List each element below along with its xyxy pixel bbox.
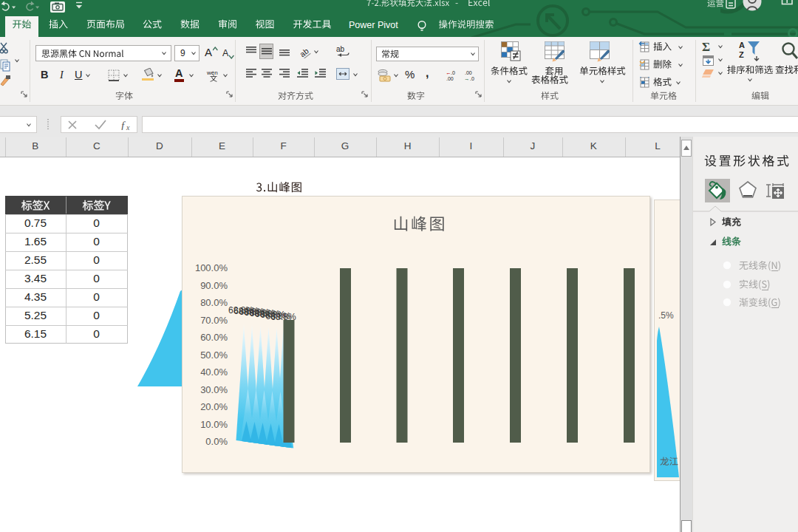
svg-text:.0: .0 bbox=[470, 76, 474, 81]
svg-text:.0: .0 bbox=[451, 70, 455, 75]
svg-text:wén: wén bbox=[206, 69, 218, 75]
svg-text:.00: .00 bbox=[446, 76, 454, 81]
svg-text:x: x bbox=[126, 123, 130, 130]
svg-text:→: → bbox=[464, 75, 470, 81]
svg-text:A: A bbox=[739, 41, 745, 50]
svg-text:ab: ab bbox=[299, 47, 310, 58]
svg-text:Z: Z bbox=[739, 50, 744, 59]
svg-text:f: f bbox=[121, 120, 126, 130]
svg-text:ab: ab bbox=[336, 45, 345, 53]
svg-text:.00: .00 bbox=[465, 70, 472, 75]
